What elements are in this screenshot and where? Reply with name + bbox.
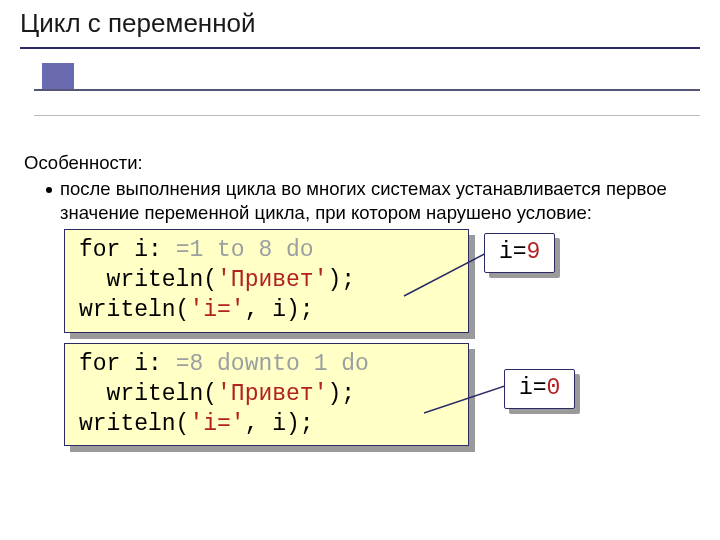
badge1-prefix: i=: [499, 239, 527, 265]
bullet-item: после выполнения цикла во многих система…: [24, 177, 690, 225]
code-block-2: for i: =8 downto 1 do writeln('Привет');…: [64, 343, 469, 447]
accent-line-top: [34, 89, 700, 91]
code2-line3-b: 'i=': [189, 411, 244, 437]
code1-line1-b: =1 to 8 do: [162, 237, 314, 263]
slide: Цикл с переменной Особенности: после вып…: [0, 0, 720, 540]
code1-line2-c: );: [327, 267, 355, 293]
bullet-text: после выполнения цикла во многих система…: [60, 177, 690, 225]
bullet-dot-icon: [46, 187, 52, 193]
code1-line1-a: for i:: [79, 237, 162, 263]
code2-line2-c: );: [327, 381, 355, 407]
code2-line2-a: writeln(: [79, 381, 217, 407]
code2-line3-a: writeln(: [79, 411, 189, 437]
accent-line-bottom: [34, 115, 700, 116]
page-title: Цикл с переменной: [20, 8, 700, 45]
accent-square: [42, 63, 74, 89]
code1-line2-a: writeln(: [79, 267, 217, 293]
title-area: Цикл с переменной: [0, 0, 720, 49]
code-examples: for i: =1 to 8 do writeln('Привет'); wri…: [64, 229, 690, 446]
code2-line1-a: for i:: [79, 351, 162, 377]
accent-decoration: [34, 63, 700, 123]
code2-line2-b: 'Привет': [217, 381, 327, 407]
svg-line-0: [404, 249, 494, 296]
badge2-prefix: i=: [519, 375, 547, 401]
badge1-val: 9: [527, 239, 541, 265]
svg-line-1: [424, 383, 514, 413]
features-label: Особенности:: [24, 151, 690, 175]
result-badge-1: i=9: [484, 233, 555, 273]
code1-line2-b: 'Привет': [217, 267, 327, 293]
result-badge-2-wrap: i=0: [504, 369, 575, 409]
code-block-2-wrap: for i: =8 downto 1 do writeln('Привет');…: [64, 343, 469, 447]
badge2-val: 0: [547, 375, 561, 401]
code1-line3-c: , i);: [245, 297, 314, 323]
code-block-1-wrap: for i: =1 to 8 do writeln('Привет'); wri…: [64, 229, 469, 333]
code2-line3-c: , i);: [245, 411, 314, 437]
result-badge-2: i=0: [504, 369, 575, 409]
result-badge-1-wrap: i=9: [484, 233, 555, 273]
title-underline: [20, 47, 700, 49]
code1-line3-a: writeln(: [79, 297, 189, 323]
code1-line3-b: 'i=': [189, 297, 244, 323]
content-area: Особенности: после выполнения цикла во м…: [0, 123, 720, 446]
code2-line1-b: =8 downto 1 do: [162, 351, 369, 377]
